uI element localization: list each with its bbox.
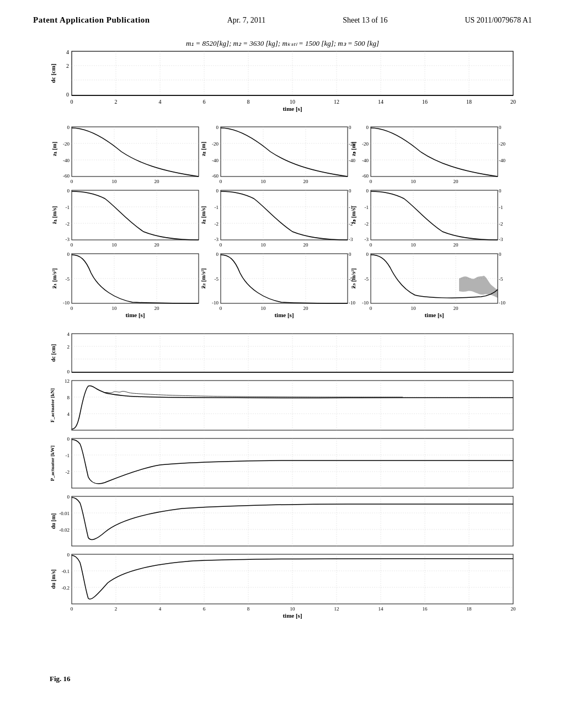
zddot1-ylabel: z̈₁ [m/s²] bbox=[51, 268, 57, 288]
du-ms-ylabel: du [m/s] bbox=[50, 569, 56, 588]
svg-rect-17 bbox=[221, 127, 348, 176]
z1-ylabel: z₁ [m] bbox=[51, 142, 57, 156]
svg-text:0: 0 bbox=[71, 306, 73, 311]
svg-text:-40: -40 bbox=[212, 158, 218, 163]
factuator-chart: F_actuator [kN] 12 8 4 bbox=[50, 378, 513, 430]
figure-label: Fig. 16 bbox=[50, 675, 71, 683]
svg-text:-0.1: -0.1 bbox=[62, 569, 70, 574]
svg-text:0: 0 bbox=[366, 125, 369, 130]
pactuator-chart: P_actuator [kW] 0 -1 -2 bbox=[50, 436, 513, 488]
svg-text:0: 0 bbox=[216, 188, 219, 194]
chart-title-text: m₁ = 8520[kg]; m₂ = 3630 [kg]; mₖₛₜₗ = 1… bbox=[186, 39, 379, 47]
svg-text:20: 20 bbox=[303, 306, 309, 311]
svg-text:20: 20 bbox=[454, 242, 459, 248]
svg-text:0: 0 bbox=[67, 552, 70, 558]
svg-text:-60: -60 bbox=[362, 173, 369, 179]
svg-text:0: 0 bbox=[71, 606, 73, 612]
svg-text:0: 0 bbox=[71, 242, 73, 248]
svg-text:14: 14 bbox=[379, 606, 384, 612]
svg-text:0: 0 bbox=[67, 494, 70, 500]
zddot3-ylabel: z̈₃ [m/s²] bbox=[350, 268, 356, 288]
dc-y4: 4 bbox=[66, 49, 69, 55]
svg-rect-59 bbox=[221, 190, 348, 240]
svg-text:10: 10 bbox=[411, 306, 417, 311]
zdot2-chart: ż₂ [m/s] 0 -1 -2 -3 0 -1 -2 -3 0 10 20 bbox=[200, 188, 353, 248]
svg-text:-2: -2 bbox=[66, 469, 70, 475]
dc-x2: 2 bbox=[115, 99, 118, 105]
date-label: Apr. 7, 2011 bbox=[227, 16, 265, 25]
svg-text:16: 16 bbox=[423, 606, 428, 612]
svg-text:20: 20 bbox=[454, 179, 459, 184]
svg-text:0: 0 bbox=[349, 125, 351, 130]
svg-text:-1: -1 bbox=[365, 205, 369, 210]
zdot1-chart: ż₁ [m/s] 0 -1 -2 -3 0 10 20 bbox=[51, 188, 199, 248]
svg-text:-10: -10 bbox=[362, 300, 369, 306]
svg-text:10: 10 bbox=[411, 242, 417, 248]
svg-rect-101 bbox=[221, 254, 348, 303]
svg-text:0: 0 bbox=[366, 251, 369, 257]
svg-text:-3: -3 bbox=[215, 237, 219, 242]
sheet-label: Sheet 13 of 16 bbox=[343, 16, 387, 25]
svg-text:20: 20 bbox=[511, 606, 516, 612]
svg-text:10: 10 bbox=[411, 179, 417, 184]
svg-text:-2: -2 bbox=[499, 221, 503, 227]
svg-text:10: 10 bbox=[261, 179, 266, 184]
svg-text:10: 10 bbox=[112, 242, 118, 248]
svg-text:-0.2: -0.2 bbox=[62, 585, 70, 591]
svg-text:0: 0 bbox=[67, 251, 70, 257]
svg-text:-10: -10 bbox=[349, 300, 355, 306]
z1-y-60: -60 bbox=[63, 173, 70, 179]
zddot3-chart: z̈₃ [m/s²] 0 -5 -10 0 -5 -10 0 10 20 bbox=[350, 251, 505, 311]
svg-text:12: 12 bbox=[65, 378, 70, 384]
du-m-chart: du [m] 0 -0.01 -0.02 bbox=[50, 494, 513, 546]
time-label-bottom: time [s] bbox=[282, 612, 302, 619]
z1-x10: 10 bbox=[112, 179, 118, 184]
dc-x0: 0 bbox=[71, 99, 73, 105]
svg-text:-1: -1 bbox=[215, 205, 219, 210]
svg-text:-3: -3 bbox=[66, 237, 70, 242]
svg-text:-40: -40 bbox=[349, 158, 355, 163]
du-m-ylabel: du [m] bbox=[50, 513, 56, 529]
time-label-bottom-3: time [s] bbox=[424, 312, 444, 318]
svg-text:-5: -5 bbox=[499, 276, 503, 282]
svg-text:0: 0 bbox=[220, 242, 222, 248]
zdot1-ylabel: ż₁ [m/s] bbox=[51, 206, 57, 224]
svg-text:0: 0 bbox=[366, 188, 369, 194]
svg-text:0: 0 bbox=[499, 125, 502, 130]
zddot1-chart: z̈₁ [m/s²] 0 -5 -10 0 10 20 bbox=[51, 251, 199, 311]
svg-text:4: 4 bbox=[159, 606, 162, 612]
zdot3-ylabel: ż₃ [m/s] bbox=[350, 206, 356, 224]
svg-text:0: 0 bbox=[349, 188, 351, 194]
svg-text:0: 0 bbox=[220, 306, 222, 311]
zdot2-ylabel: ż₂ [m/s] bbox=[200, 206, 206, 224]
dc-x20: 20 bbox=[510, 99, 516, 105]
svg-text:2: 2 bbox=[67, 344, 70, 350]
z1-chart: z₁ [m] 0 -20 -40 -60 0 10 20 bbox=[51, 125, 199, 184]
svg-text:8: 8 bbox=[247, 606, 250, 612]
svg-text:-20: -20 bbox=[212, 141, 218, 147]
pactuator-ylabel: P_actuator [kW] bbox=[50, 446, 55, 481]
svg-text:2: 2 bbox=[115, 606, 118, 612]
header: Patent Application Publication Apr. 7, 2… bbox=[0, 0, 565, 30]
svg-text:10: 10 bbox=[290, 606, 296, 612]
dc-ylabel: dc [cm] bbox=[50, 63, 56, 83]
svg-text:18: 18 bbox=[467, 606, 472, 612]
svg-text:-2: -2 bbox=[66, 221, 70, 227]
svg-text:0: 0 bbox=[67, 188, 70, 194]
svg-text:0: 0 bbox=[499, 251, 502, 257]
svg-text:-1: -1 bbox=[499, 205, 503, 210]
dc-x8: 8 bbox=[247, 99, 250, 105]
svg-text:20: 20 bbox=[454, 306, 459, 311]
svg-text:-40: -40 bbox=[499, 158, 505, 163]
patent-number-label: US 2011/0079678 A1 bbox=[465, 16, 532, 25]
svg-text:-10: -10 bbox=[212, 300, 218, 306]
svg-text:-3: -3 bbox=[365, 237, 369, 242]
svg-text:0: 0 bbox=[216, 251, 219, 257]
main-content: m₁ = 8520[kg]; m₂ = 3630 [kg]; mₖₛₜₗ = 1… bbox=[0, 30, 565, 716]
svg-text:0: 0 bbox=[216, 125, 219, 130]
dc-cm-chart: dc [cm] 4 2 0 0 2 4 6 8 10 12 14 16 bbox=[50, 49, 516, 112]
svg-text:20: 20 bbox=[303, 179, 309, 184]
svg-text:4: 4 bbox=[67, 331, 70, 337]
dc-x4: 4 bbox=[159, 99, 162, 105]
patent-publication-label: Patent Application Publication bbox=[33, 15, 150, 25]
